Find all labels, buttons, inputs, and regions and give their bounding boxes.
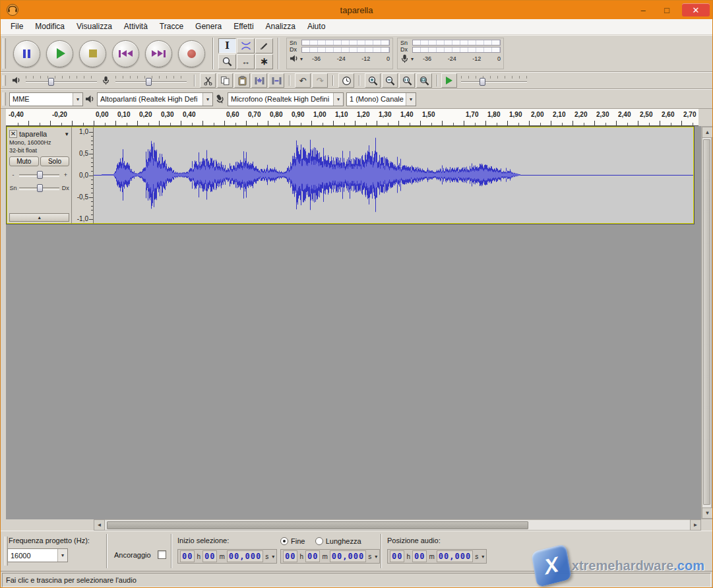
selection-start-time[interactable]: 00 h 00 m 00,000 s ▾: [177, 549, 277, 564]
time-hours[interactable]: 00: [283, 550, 297, 562]
menu-attivita[interactable]: Attività: [118, 19, 154, 34]
playback-speed-thumb[interactable]: [480, 78, 485, 86]
silence-button[interactable]: [268, 73, 284, 88]
gain-slider-thumb[interactable]: [37, 171, 43, 179]
selection-end-time[interactable]: 00 h 00 m 00,000 s ▾: [280, 549, 380, 564]
playback-speed-slider[interactable]: [460, 75, 528, 86]
track-vertical-ruler[interactable]: 1,00,50,0-0,5-1,0: [72, 127, 94, 224]
maximize-button[interactable]: □: [658, 3, 675, 16]
envelope-tool-button[interactable]: [237, 38, 255, 53]
play-button[interactable]: [46, 40, 73, 67]
output-meter[interactable]: Sn Dx ▾ -36 -24 -12 0: [286, 38, 393, 69]
pan-slider[interactable]: Sn Dx: [9, 183, 69, 193]
menu-tracce[interactable]: Tracce: [154, 19, 189, 34]
draw-tool-button[interactable]: [255, 38, 273, 53]
zoom-out-button[interactable]: [382, 73, 398, 88]
end-radio[interactable]: [280, 537, 288, 545]
scroll-down-button[interactable]: ▼: [702, 507, 713, 519]
zoom-selection-button[interactable]: [399, 73, 415, 88]
scroll-up-button[interactable]: ▲: [702, 127, 713, 138]
pan-slider-thumb[interactable]: [37, 184, 43, 192]
cut-button[interactable]: [200, 73, 216, 88]
audio-position-time[interactable]: 00 h 00 m 00,000 s ▾: [387, 549, 487, 564]
zoom-tool-button[interactable]: [218, 54, 236, 69]
time-minutes[interactable]: 00: [412, 550, 427, 562]
time-format-dropdown-icon[interactable]: ▾: [272, 554, 274, 560]
menu-genera[interactable]: Genera: [189, 19, 228, 34]
host-select[interactable]: MME ▾: [9, 92, 83, 106]
multi-tool-button[interactable]: ∗: [255, 54, 273, 69]
time-format-dropdown-icon[interactable]: ▾: [481, 554, 484, 560]
record-button[interactable]: [178, 40, 205, 67]
time-format-dropdown-icon[interactable]: ▾: [375, 554, 377, 560]
input-meter[interactable]: Sn Dx ▾ -36 -24 -12 0: [397, 38, 504, 69]
input-volume-thumb[interactable]: [146, 78, 152, 86]
vertical-scrollbar[interactable]: ▲ ▼: [701, 126, 712, 519]
time-minutes[interactable]: 00: [305, 550, 320, 562]
menu-modifica[interactable]: Modifica: [29, 19, 71, 34]
time-seconds[interactable]: 00,000: [330, 550, 366, 562]
stop-button[interactable]: [79, 40, 106, 67]
scroll-left-button[interactable]: ◄: [94, 519, 105, 531]
time-seconds[interactable]: 00,000: [437, 550, 473, 562]
paste-button[interactable]: [234, 73, 250, 88]
menu-aiuto[interactable]: Aiuto: [301, 19, 331, 34]
pause-button[interactable]: [13, 40, 40, 67]
waveform[interactable]: [94, 127, 693, 223]
audio-track[interactable]: ✕ taparella ▼ Mono, 16000Hz 32-bit float…: [6, 126, 695, 224]
minimize-button[interactable]: –: [635, 3, 652, 16]
toolbar-grip[interactable]: [3, 38, 6, 69]
end-radio-label[interactable]: Fine: [291, 537, 305, 545]
time-minutes[interactable]: 00: [202, 550, 217, 562]
track-close-button[interactable]: ✕: [9, 130, 17, 138]
input-volume-slider[interactable]: [114, 75, 188, 86]
project-rate-select[interactable]: 16000 ▾: [7, 548, 68, 562]
horizontal-scrollbar-thumb[interactable]: [107, 521, 528, 529]
waveform-area[interactable]: [94, 127, 694, 224]
vertical-scrollbar-thumb[interactable]: [703, 139, 710, 505]
zoom-fit-button[interactable]: [416, 73, 432, 88]
collapse-button[interactable]: ▲: [9, 213, 69, 222]
solo-button[interactable]: Solo: [40, 156, 70, 166]
menu-effetti[interactable]: Effetti: [228, 19, 259, 34]
input-device-select[interactable]: Microfono (Realtek High Defini ▾: [228, 92, 344, 106]
undo-button[interactable]: ↶: [295, 73, 311, 88]
timeline-ruler[interactable]: -0,40-0,200,000,100,200,300,400,600,700,…: [6, 109, 698, 126]
toolbar-grip[interactable]: [3, 92, 6, 106]
skip-start-button[interactable]: [112, 40, 139, 67]
gain-slider[interactable]: - +: [9, 170, 69, 180]
synclock-button[interactable]: [338, 73, 354, 88]
zoom-in-button[interactable]: [365, 73, 381, 88]
trim-button[interactable]: [251, 73, 267, 88]
track-menu-button[interactable]: ▼: [64, 131, 69, 137]
toolbar-grip[interactable]: [3, 75, 6, 86]
mute-button[interactable]: Muto: [9, 156, 39, 166]
skip-end-button[interactable]: [145, 40, 172, 67]
timeshift-tool-button[interactable]: ↔: [237, 54, 255, 69]
output-meter-dropdown-icon[interactable]: ▾: [300, 56, 303, 62]
track-name[interactable]: taparella: [19, 130, 62, 138]
time-hours[interactable]: 00: [390, 550, 404, 562]
play-at-speed-button[interactable]: [441, 73, 457, 88]
menu-analizza[interactable]: Analizza: [260, 19, 301, 34]
horizontal-scrollbar[interactable]: ◄ ►: [6, 519, 701, 531]
menu-visualizza[interactable]: Visualizza: [71, 19, 118, 34]
close-button[interactable]: ✕: [682, 3, 710, 16]
ruler-tick: [224, 121, 225, 125]
length-radio-label[interactable]: Lunghezza: [326, 537, 361, 545]
length-radio[interactable]: [315, 537, 323, 545]
input-meter-dropdown-icon[interactable]: ▾: [411, 56, 414, 62]
time-hours[interactable]: 00: [180, 550, 195, 562]
output-volume-slider[interactable]: [24, 75, 98, 86]
selection-tool-button[interactable]: I: [218, 38, 236, 53]
output-device-select[interactable]: Altoparlanti (Realtek High Defi ▾: [97, 92, 213, 106]
time-seconds[interactable]: 00,000: [227, 550, 263, 562]
output-volume-thumb[interactable]: [48, 78, 54, 86]
snap-checkbox[interactable]: [158, 550, 166, 559]
track-canvas-area[interactable]: ✕ taparella ▼ Mono, 16000Hz 32-bit float…: [6, 126, 701, 519]
copy-button[interactable]: [217, 73, 233, 88]
channels-select[interactable]: 1 (Mono) Canale d ▾: [346, 92, 416, 106]
redo-button[interactable]: ↷: [312, 73, 328, 88]
scroll-right-button[interactable]: ►: [690, 519, 701, 531]
menu-file[interactable]: File: [5, 19, 29, 34]
